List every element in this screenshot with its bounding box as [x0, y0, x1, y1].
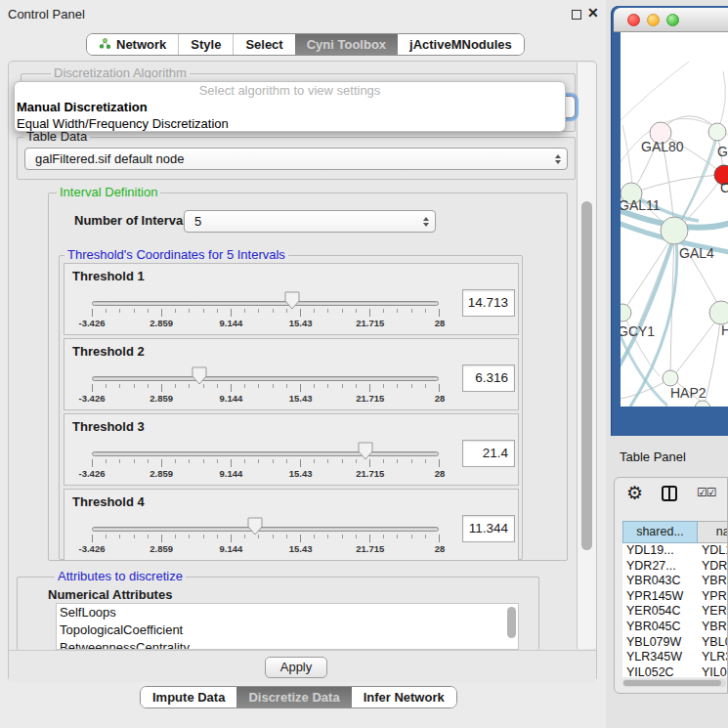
network-node[interactable]: [708, 123, 726, 141]
node-table: shared... name YDL19...YDL19...YDR27...Y…: [622, 521, 728, 677]
tick-label: 15.43: [289, 468, 313, 479]
table-cell[interactable]: YBL079W: [622, 635, 698, 651]
table-cell[interactable]: YBR045C: [698, 620, 728, 635]
table-header-row: shared... name: [622, 521, 728, 543]
apply-button[interactable]: Apply: [265, 657, 327, 678]
threshold-slider-track[interactable]: [92, 527, 439, 532]
table-cell[interactable]: YBR043C: [622, 574, 698, 589]
network-edge[interactable]: [705, 317, 721, 405]
table-data-combobox[interactable]: galFiltered.sif default node: [24, 148, 568, 170]
column-header-name[interactable]: name: [698, 521, 728, 543]
dropdown-option-manual[interactable]: Manual Discretization: [15, 99, 565, 115]
table-row[interactable]: YDL19...YDL19...: [622, 543, 728, 559]
network-edge[interactable]: [633, 175, 720, 193]
table-cell[interactable]: YIL052C: [622, 665, 698, 677]
tab-discretize-data[interactable]: Discretize Data: [236, 687, 351, 707]
table-cell[interactable]: YPR145W: [698, 589, 728, 605]
network-node[interactable]: [661, 217, 688, 244]
close-icon[interactable]: ✕: [587, 5, 599, 21]
checkbox-icons[interactable]: ☑☑: [697, 486, 716, 499]
scrollbar-thumb[interactable]: [623, 680, 721, 686]
table-row[interactable]: YPR145WYPR145W: [622, 589, 728, 605]
column-settings-icon[interactable]: [662, 486, 677, 501]
table-row[interactable]: YBL079WYBL079W: [622, 635, 728, 651]
tab-cyni-toolbox[interactable]: Cyni Toolbox: [295, 34, 398, 55]
table-row[interactable]: YER054CYER054C: [622, 604, 728, 620]
group-label: Threshold's Coordinates for 5 Intervals: [64, 248, 288, 262]
attributes-group: Attributes to discretize Numerical Attri…: [17, 577, 539, 650]
scrollbar-thumb[interactable]: [581, 201, 592, 550]
table-cell[interactable]: YLR345W: [622, 650, 698, 665]
network-canvas[interactable]: GAL80GAL8GAL11CGAL4GCY1HHAP2: [621, 32, 728, 407]
network-edge[interactable]: [622, 125, 633, 191]
tick-label: 2.859: [150, 318, 173, 328]
table-panel: ⚙ ☑☑ shared... name YDL19...YDL19...YDR2…: [614, 477, 728, 694]
table-cell[interactable]: YBR045C: [622, 620, 698, 635]
slider-thumb[interactable]: [358, 442, 373, 460]
horizontal-scrollbar[interactable]: [622, 679, 726, 687]
vertical-scrollbar[interactable]: [577, 63, 596, 649]
table-cell[interactable]: YDR27...: [698, 559, 728, 575]
network-view-window: GAL80GAL8GAL11CGAL4GCY1HHAP2: [612, 6, 728, 436]
network-node[interactable]: [621, 304, 631, 321]
table-cell[interactable]: YDL19...: [698, 543, 728, 559]
table-cell[interactable]: YIL052C: [698, 665, 728, 677]
slider-thumb[interactable]: [192, 366, 207, 385]
table-cell[interactable]: YER054C: [698, 604, 728, 620]
float-window-icon[interactable]: [572, 10, 581, 20]
threshold-value-field[interactable]: 14.713: [462, 289, 515, 317]
list-item[interactable]: SelfLoops: [57, 604, 518, 621]
table-cell[interactable]: YBL079W: [698, 635, 728, 651]
network-edge[interactable]: [621, 62, 689, 125]
tab-label: Network: [116, 37, 166, 52]
slider-thumb[interactable]: [247, 517, 263, 535]
close-traffic-light-icon[interactable]: [627, 14, 640, 26]
slider-thumb[interactable]: [284, 291, 300, 310]
interval-definition-group: Interval Definition Number of Intervals …: [48, 193, 568, 561]
tab-network[interactable]: Network: [87, 34, 178, 55]
threshold-value-field[interactable]: 21.4: [462, 440, 515, 467]
tick-label: 9.144: [220, 393, 243, 404]
threshold-1-row: Threshold 1 -3.4262.8599.14415.4321.7152…: [64, 263, 519, 335]
threshold-label: Threshold 4: [72, 494, 145, 509]
minimize-traffic-light-icon[interactable]: [647, 14, 660, 26]
zoom-traffic-light-icon[interactable]: [666, 14, 679, 26]
table-row[interactable]: YDR27...YDR27...: [622, 559, 728, 575]
gear-icon[interactable]: ⚙: [626, 482, 643, 504]
table-cell[interactable]: YPR145W: [622, 589, 698, 605]
threshold-slider-track[interactable]: [92, 301, 439, 306]
tab-infer-network[interactable]: Infer Network: [352, 687, 456, 707]
tab-style[interactable]: Style: [178, 34, 233, 55]
network-node[interactable]: [709, 301, 728, 324]
table-cell[interactable]: YLR345W: [698, 650, 728, 665]
table-row[interactable]: YBR043CYBR043C: [622, 574, 728, 589]
table-row[interactable]: YLR345WYLR345W: [622, 650, 728, 665]
list-item[interactable]: TopologicalCoefficient: [57, 621, 518, 639]
threshold-slider-track[interactable]: [92, 451, 439, 456]
table-cell[interactable]: YDR27...: [622, 559, 698, 575]
tab-select[interactable]: Select: [233, 34, 294, 55]
tab-jactivemnodules[interactable]: jActiveMNodules: [398, 34, 524, 55]
dropdown-option-equal-width[interactable]: Equal Width/Frequency Discretization: [15, 115, 565, 132]
table-cell[interactable]: YER054C: [622, 604, 698, 620]
threshold-value-field[interactable]: 11.344: [462, 515, 515, 542]
network-node[interactable]: [695, 401, 710, 407]
tick-label: -3.426: [79, 318, 106, 328]
tab-impute-data[interactable]: Impute Data: [141, 687, 236, 707]
spinner-arrows-icon: [555, 154, 561, 164]
number-of-intervals-combobox[interactable]: 5: [184, 210, 436, 233]
threshold-slider-track[interactable]: [92, 376, 439, 381]
slider-ticks: [92, 384, 440, 392]
list-scrollbar[interactable]: [507, 607, 516, 638]
list-item[interactable]: BetweennessCentrality: [57, 639, 518, 650]
table-cell[interactable]: YBR043C: [698, 574, 728, 589]
column-header-shared-name[interactable]: shared...: [622, 521, 698, 543]
algorithm-dropdown-list: Select algorithm to view settings Manual…: [14, 81, 566, 132]
table-cell[interactable]: YDL19...: [622, 543, 698, 559]
table-row[interactable]: YBR045CYBR045C: [622, 620, 728, 635]
threshold-value-field[interactable]: 6.316: [462, 364, 515, 392]
slider-ticks: [92, 535, 440, 542]
table-row[interactable]: YIL052CYIL052C: [622, 665, 728, 677]
network-node[interactable]: [663, 370, 678, 386]
numerical-attributes-list: SelfLoops TopologicalCoefficient Between…: [56, 603, 519, 650]
